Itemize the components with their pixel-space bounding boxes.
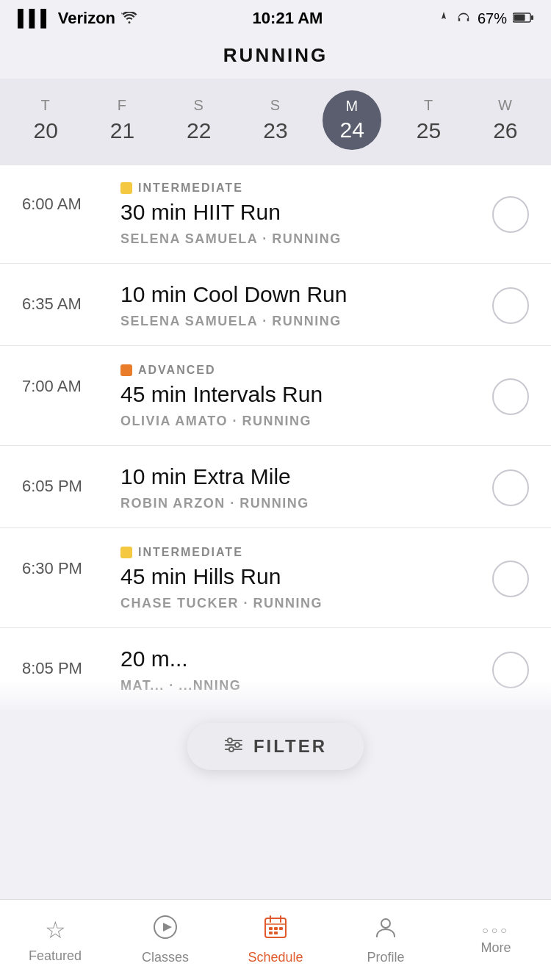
schedule-item-5[interactable]: 8:05 PM 20 m... MAT... · ...NNING (0, 630, 551, 710)
wifi-icon (121, 9, 137, 28)
schedule-icon (263, 915, 288, 945)
carrier-name: Verizon (58, 9, 115, 28)
svg-point-7 (235, 743, 240, 747)
cal-day-num: 24 (340, 118, 364, 143)
item-title: 20 m... (120, 646, 241, 672)
item-left: 6:05 PM 10 min Extra Mile ROBIN ARZON · … (22, 464, 309, 511)
svg-point-8 (229, 747, 234, 752)
svg-rect-16 (274, 927, 278, 930)
item-time: 6:05 PM (22, 464, 103, 496)
item-title: 10 min Extra Mile (120, 464, 309, 490)
nav-featured-label: Featured (29, 948, 82, 964)
calendar-day-21[interactable]: F 21 (93, 97, 151, 143)
item-subtitle: OLIVIA AMATO · RUNNING (120, 414, 323, 429)
cal-day-letter: W (498, 97, 513, 114)
item-badge: INTERMEDIATE (120, 181, 342, 195)
filter-label: FILTER (253, 736, 327, 757)
item-time: 6:00 AM (22, 181, 103, 214)
item-left: 6:35 AM 10 min Cool Down Run SELENA SAMU… (22, 281, 347, 329)
headphones-icon (455, 10, 472, 27)
item-time: 6:30 PM (22, 546, 103, 578)
svg-point-20 (381, 919, 390, 928)
nav-more[interactable]: ○○○ More (441, 924, 551, 956)
item-details: INTERMEDIATE 45 min Hills Run CHASE TUCK… (120, 546, 323, 611)
more-icon: ○○○ (482, 924, 509, 936)
completion-circle[interactable] (492, 561, 529, 597)
cal-day-letter: S (270, 97, 281, 114)
cal-day-letter: T (41, 97, 51, 114)
carrier-signal: ▌▌▌ Verizon (18, 9, 137, 28)
item-details: 10 min Extra Mile ROBIN ARZON · RUNNING (120, 464, 309, 511)
badge-dot (120, 547, 132, 558)
item-subtitle: CHASE TUCKER · RUNNING (120, 596, 323, 611)
cal-day-letter: S (194, 97, 204, 114)
item-time: 6:35 AM (22, 281, 103, 314)
item-time: 7:00 AM (22, 364, 103, 396)
classes-icon (153, 915, 178, 945)
nav-profile-label: Profile (367, 950, 404, 965)
badge-dot (120, 182, 132, 194)
calendar-day-22[interactable]: S 22 (170, 97, 228, 143)
item-details: INTERMEDIATE 30 min HIIT Run SELENA SAMU… (120, 181, 342, 247)
item-left: 7:00 AM ADVANCED 45 min Intervals Run OL… (22, 364, 323, 429)
item-title: 45 min Hills Run (120, 563, 323, 590)
item-left: 6:30 PM INTERMEDIATE 45 min Hills Run CH… (22, 546, 323, 611)
completion-circle[interactable] (492, 287, 529, 324)
cal-day-letter: M (345, 98, 359, 115)
badge-label: INTERMEDIATE (138, 546, 243, 559)
item-time: 8:05 PM (22, 646, 103, 678)
schedule-list: 6:00 AM INTERMEDIATE 30 min HIIT Run SEL… (0, 165, 551, 710)
svg-rect-15 (269, 927, 273, 930)
status-bar: ▌▌▌ Verizon 10:21 AM 67% (0, 0, 551, 37)
cal-day-num: 26 (493, 118, 517, 143)
schedule-item-0[interactable]: 6:00 AM INTERMEDIATE 30 min HIIT Run SEL… (0, 165, 551, 264)
calendar-day-26[interactable]: W 26 (476, 97, 535, 143)
calendar-day-24[interactable]: M 24 (323, 90, 381, 150)
battery-icon (513, 10, 533, 27)
completion-circle[interactable] (492, 469, 529, 506)
schedule-item-1[interactable]: 6:35 AM 10 min Cool Down Run SELENA SAMU… (0, 265, 551, 346)
item-title: 30 min HIIT Run (120, 199, 342, 226)
filter-button[interactable]: FILTER (187, 723, 364, 770)
nav-classes[interactable]: Classes (110, 915, 220, 965)
completion-circle[interactable] (492, 378, 529, 415)
item-subtitle: SELENA SAMUELA · RUNNING (120, 314, 347, 329)
item-title: 45 min Intervals Run (120, 381, 323, 408)
svg-marker-10 (163, 923, 172, 932)
calendar-day-20[interactable]: T 20 (16, 97, 75, 143)
schedule-item-4[interactable]: 6:30 PM INTERMEDIATE 45 min Hills Run CH… (0, 530, 551, 628)
calendar-day-25[interactable]: T 25 (400, 97, 458, 143)
svg-point-6 (228, 738, 232, 743)
svg-rect-17 (279, 927, 283, 930)
item-badge: INTERMEDIATE (120, 546, 323, 559)
svg-rect-19 (274, 932, 278, 934)
cal-day-letter: T (424, 97, 433, 114)
item-title: 10 min Cool Down Run (120, 281, 347, 308)
badge-label: INTERMEDIATE (138, 181, 243, 195)
cal-day-letter: F (118, 97, 127, 114)
nav-featured[interactable]: ☆ Featured (0, 916, 110, 964)
cal-day-num: 20 (33, 118, 57, 143)
calendar-day-23[interactable]: S 23 (246, 97, 305, 143)
nav-schedule-label: Schedule (248, 950, 303, 965)
completion-circle[interactable] (492, 196, 529, 233)
item-badge: ADVANCED (120, 364, 323, 377)
item-left: 6:00 AM INTERMEDIATE 30 min HIIT Run SEL… (22, 181, 342, 247)
nav-schedule[interactable]: Schedule (220, 915, 331, 965)
cal-day-num: 22 (187, 118, 211, 143)
schedule-item-3[interactable]: 6:05 PM 10 min Extra Mile ROBIN ARZON · … (0, 447, 551, 528)
status-icons: 67% (438, 10, 533, 27)
nav-classes-label: Classes (142, 950, 189, 965)
svg-rect-1 (514, 14, 525, 21)
featured-icon: ☆ (45, 916, 66, 944)
nav-more-label: More (480, 940, 511, 956)
schedule-item-2[interactable]: 7:00 AM ADVANCED 45 min Intervals Run OL… (0, 347, 551, 446)
location-icon (438, 10, 450, 27)
item-details: 10 min Cool Down Run SELENA SAMUELA · RU… (120, 281, 347, 329)
cal-day-num: 25 (417, 118, 441, 143)
item-details: ADVANCED 45 min Intervals Run OLIVIA AMA… (120, 364, 323, 429)
nav-profile[interactable]: Profile (331, 915, 441, 965)
calendar-strip: T 20 F 21 S 22 S 23 M 24 T 25 W 26 (0, 79, 551, 165)
page-title: RUNNING (0, 37, 551, 79)
signal-bars: ▌▌▌ (18, 9, 52, 28)
